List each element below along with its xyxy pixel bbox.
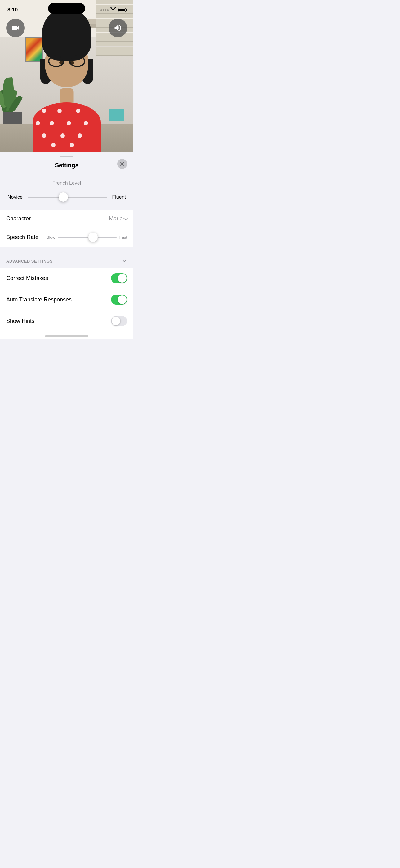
avatar-container: [0, 0, 133, 152]
character-value: Maria: [109, 215, 127, 222]
toggle-auto-translate-label: Auto Translate Responses: [6, 297, 72, 303]
spacer: [0, 247, 133, 252]
sheet-title: Settings: [55, 162, 79, 169]
character-row[interactable]: Character Maria: [0, 211, 133, 227]
slider-track: [28, 196, 107, 198]
speech-rate-thumb[interactable]: [88, 232, 98, 242]
french-level-slider[interactable]: [28, 191, 107, 203]
status-time: 8:10: [7, 7, 18, 13]
toggle-auto-translate[interactable]: [111, 294, 127, 305]
toggle-row-show-hints: Show Hints: [0, 310, 133, 332]
french-level-section: French Level Novice Fluent: [0, 174, 133, 210]
chevron-down-svg: [122, 258, 127, 264]
close-icon: [120, 162, 124, 166]
toggle-knob: [118, 295, 127, 304]
video-button[interactable]: [6, 19, 25, 37]
speech-rate-slider-group: Slow Fast: [46, 231, 127, 243]
character-label: Character: [6, 215, 31, 222]
home-indicator: [0, 332, 133, 339]
toggle-show-hints[interactable]: [111, 316, 127, 326]
close-button[interactable]: [117, 159, 127, 169]
toggle-correct-mistakes[interactable]: [111, 273, 127, 283]
video-camera-icon: [11, 24, 20, 32]
french-level-max-label: Fluent: [112, 194, 126, 200]
wifi-icon: [110, 7, 116, 13]
slider-thumb[interactable]: [59, 192, 68, 202]
speech-rate-max: Fast: [120, 235, 127, 240]
character: [23, 22, 110, 152]
sheet-header: Settings: [0, 159, 133, 174]
settings-sheet: Settings French Level Novice Fluent Char…: [0, 152, 133, 339]
advanced-settings-title: ADVANCED SETTINGS: [6, 259, 53, 264]
sheet-handle-container: [0, 152, 133, 159]
sheet-handle: [61, 156, 73, 157]
neck: [60, 89, 74, 104]
speech-rate-track: [58, 237, 117, 238]
hair: [42, 8, 92, 61]
speech-rate-slider[interactable]: [58, 231, 117, 243]
toggles-section: Correct Mistakes Auto Translate Response…: [0, 268, 133, 332]
status-icons: [100, 7, 126, 13]
toggle-row-correct-mistakes: Correct Mistakes: [0, 268, 133, 289]
character-value-text: Maria: [109, 215, 123, 222]
teal-box: [108, 108, 124, 121]
speech-rate-label: Speech Rate: [6, 234, 43, 241]
dynamic-island: [48, 3, 85, 14]
character-chevron-icon: [124, 216, 128, 220]
battery-icon: [118, 8, 126, 12]
french-level-min-label: Novice: [7, 194, 23, 200]
toggle-knob: [112, 317, 120, 326]
home-bar: [45, 335, 88, 337]
toggle-knob: [118, 274, 127, 282]
toggle-row-auto-translate: Auto Translate Responses: [0, 289, 133, 310]
french-level-label: French Level: [7, 180, 126, 186]
sound-button[interactable]: [108, 19, 127, 37]
speech-rate-row: Speech Rate Slow Fast: [0, 227, 133, 247]
advanced-settings-chevron-icon: [122, 258, 127, 264]
glasses: [46, 55, 87, 68]
french-level-slider-row: Novice Fluent: [7, 191, 126, 203]
signal-icon: [100, 9, 108, 11]
speaker-icon: [113, 24, 122, 32]
advanced-settings-section: ADVANCED SETTINGS: [0, 252, 133, 268]
advanced-settings-header[interactable]: ADVANCED SETTINGS: [6, 258, 127, 264]
status-bar: 8:10: [0, 0, 133, 16]
character-body: [33, 102, 101, 152]
toggle-correct-mistakes-label: Correct Mistakes: [6, 275, 48, 282]
speech-rate-min: Slow: [46, 235, 55, 240]
toggle-show-hints-label: Show Hints: [6, 318, 34, 324]
